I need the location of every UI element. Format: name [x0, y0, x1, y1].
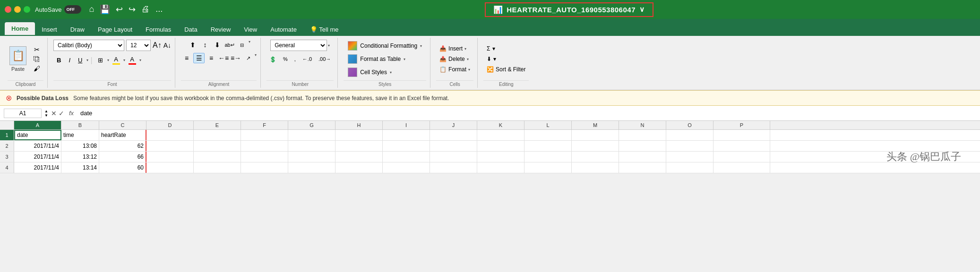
- conditional-formatting-button[interactable]: Conditional Formatting ▾: [344, 40, 426, 52]
- cell-reference-input[interactable]: [4, 109, 42, 118]
- cell-m2[interactable]: [572, 141, 619, 151]
- grow-font-button[interactable]: A↑: [153, 41, 162, 50]
- cell-k4[interactable]: [477, 162, 524, 173]
- cell-o3[interactable]: [666, 152, 714, 162]
- cell-n1[interactable]: [619, 130, 666, 140]
- cell-n4[interactable]: [619, 162, 666, 173]
- fill-button[interactable]: ⬇ ▾: [483, 54, 529, 64]
- bold-button[interactable]: B: [53, 55, 64, 65]
- cell-o2[interactable]: [666, 141, 714, 151]
- cell-l4[interactable]: [524, 162, 572, 173]
- cell-h2[interactable]: [335, 141, 383, 151]
- increase-decimal-button[interactable]: .00→: [316, 55, 334, 64]
- cell-n3[interactable]: [619, 152, 666, 162]
- cell-a3[interactable]: 2017/11/4: [14, 152, 61, 162]
- maximize-button[interactable]: [24, 6, 30, 13]
- align-bottom-button[interactable]: ⬇: [212, 40, 223, 50]
- tab-home[interactable]: Home: [5, 22, 35, 36]
- cell-f3[interactable]: [241, 152, 288, 162]
- cell-c1[interactable]: heartRate: [99, 130, 146, 140]
- cut-button[interactable]: ✂: [30, 45, 43, 54]
- cell-i4[interactable]: [383, 162, 430, 173]
- shrink-font-button[interactable]: A↓: [163, 42, 171, 49]
- cell-d3[interactable]: [146, 152, 194, 162]
- col-header-e[interactable]: E: [194, 121, 241, 129]
- cell-k2[interactable]: [477, 141, 524, 151]
- cell-h1[interactable]: [335, 130, 383, 140]
- col-header-j[interactable]: J: [430, 121, 477, 129]
- cell-a2[interactable]: 2017/11/4: [14, 141, 61, 151]
- align-center-button[interactable]: ☰: [193, 53, 205, 63]
- cell-p2[interactable]: [714, 141, 770, 151]
- cell-g3[interactable]: [288, 152, 335, 162]
- cell-m1[interactable]: [572, 130, 619, 140]
- merge-button[interactable]: ⊟: [236, 40, 248, 50]
- tab-data[interactable]: Data: [178, 23, 204, 36]
- percent-button[interactable]: %: [280, 55, 291, 64]
- col-header-n[interactable]: N: [619, 121, 666, 129]
- cell-i2[interactable]: [383, 141, 430, 151]
- tab-draw[interactable]: Draw: [64, 23, 91, 36]
- cell-m3[interactable]: [572, 152, 619, 162]
- tab-review[interactable]: Review: [204, 23, 238, 36]
- cell-styles-button[interactable]: Cell Styles ▾: [344, 66, 426, 78]
- cell-n2[interactable]: [619, 141, 666, 151]
- format-cells-button[interactable]: 📋 Format ▾: [436, 65, 473, 74]
- cell-h4[interactable]: [335, 162, 383, 173]
- cell-f2[interactable]: [241, 141, 288, 151]
- home-icon[interactable]: ⌂: [89, 4, 94, 15]
- cell-b4[interactable]: 13:14: [61, 162, 99, 173]
- format-painter-button[interactable]: 🖌: [30, 64, 43, 73]
- indent-decrease-button[interactable]: ←≡: [218, 53, 229, 63]
- col-header-f[interactable]: F: [241, 121, 288, 129]
- orientation-button[interactable]: ↗: [242, 53, 254, 63]
- border-button[interactable]: ⊞: [95, 55, 106, 65]
- col-header-a[interactable]: A: [14, 121, 61, 129]
- col-header-i[interactable]: I: [383, 121, 430, 129]
- cell-p4[interactable]: [714, 162, 770, 173]
- font-size-select[interactable]: 12: [126, 40, 151, 51]
- cancel-formula-button[interactable]: ✕: [51, 110, 57, 117]
- number-format-select[interactable]: General: [270, 40, 327, 51]
- cell-j4[interactable]: [430, 162, 477, 173]
- font-family-select[interactable]: Calibri (Body): [53, 40, 124, 51]
- italic-button[interactable]: I: [65, 55, 74, 65]
- cell-a4[interactable]: 2017/11/4: [14, 162, 61, 173]
- align-left-button[interactable]: ≡: [181, 53, 192, 63]
- undo-icon[interactable]: ↩: [116, 4, 123, 15]
- minimize-button[interactable]: [14, 6, 21, 13]
- autosave-toggle[interactable]: OFF: [64, 5, 81, 14]
- cell-j1[interactable]: [430, 130, 477, 140]
- cell-d1[interactable]: [146, 130, 194, 140]
- col-header-k[interactable]: K: [477, 121, 524, 129]
- redo-icon[interactable]: ↪: [129, 4, 136, 15]
- col-header-p[interactable]: P: [714, 121, 770, 129]
- paste-button[interactable]: 📋 Paste: [8, 44, 28, 74]
- cell-a1[interactable]: date: [14, 130, 61, 140]
- align-middle-button[interactable]: ↕: [199, 40, 211, 50]
- cell-i1[interactable]: [383, 130, 430, 140]
- tab-formulas[interactable]: Formulas: [139, 23, 178, 36]
- cell-l2[interactable]: [524, 141, 572, 151]
- cell-o1[interactable]: [666, 130, 714, 140]
- tab-tell-me[interactable]: 💡 Tell me: [303, 23, 345, 36]
- col-header-g[interactable]: G: [288, 121, 335, 129]
- cell-d2[interactable]: [146, 141, 194, 151]
- more-icon[interactable]: ...: [155, 4, 163, 15]
- save-icon[interactable]: 💾: [100, 4, 110, 15]
- cell-h3[interactable]: [335, 152, 383, 162]
- cell-e3[interactable]: [194, 152, 241, 162]
- comma-button[interactable]: ,: [292, 55, 299, 64]
- cell-j2[interactable]: [430, 141, 477, 151]
- confirm-formula-button[interactable]: ✓: [59, 110, 64, 117]
- cell-p3[interactable]: [714, 152, 770, 162]
- cell-e1[interactable]: [194, 130, 241, 140]
- dropdown-icon[interactable]: ∨: [639, 5, 645, 14]
- cell-i3[interactable]: [383, 152, 430, 162]
- cell-k1[interactable]: [477, 130, 524, 140]
- cell-d4[interactable]: [146, 162, 194, 173]
- tab-page-layout[interactable]: Page Layout: [91, 23, 139, 36]
- cell-g1[interactable]: [288, 130, 335, 140]
- cell-b1[interactable]: time: [61, 130, 99, 140]
- cell-o4[interactable]: [666, 162, 714, 173]
